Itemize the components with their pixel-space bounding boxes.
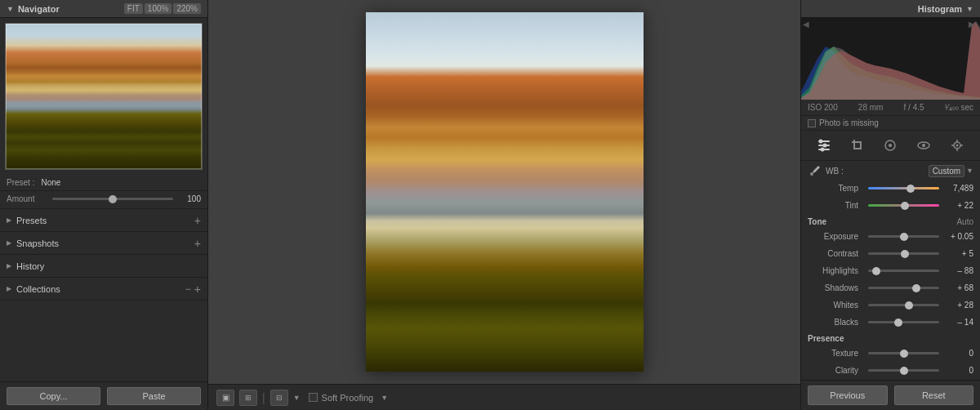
wb-value[interactable]: Custom: [929, 165, 964, 177]
texture-slider[interactable]: [868, 352, 939, 354]
camera-info: ISO 200 28 mm f / 4.5 ¹⁄₄₀₀ sec: [801, 100, 980, 116]
svg-rect-9: [852, 141, 860, 143]
copy-button[interactable]: Copy...: [7, 387, 100, 405]
clarity-label: Clarity: [808, 366, 865, 375]
amount-slider[interactable]: [52, 198, 173, 200]
svg-point-5: [821, 148, 825, 152]
whites-slider[interactable]: [868, 304, 939, 306]
wb-eyedropper-button[interactable]: [808, 163, 822, 178]
whites-thumb: [905, 301, 913, 310]
right-bottom-buttons: Previous Reset: [801, 380, 980, 410]
presence-section-title: Presence: [808, 334, 973, 343]
navigator-preview[interactable]: [5, 23, 203, 170]
wb-dropdown-arrow[interactable]: ▼: [966, 167, 973, 175]
left-bottom-buttons: Copy... Paste: [0, 381, 207, 410]
history-section[interactable]: ▶ History: [0, 255, 207, 278]
collections-remove[interactable]: −: [185, 283, 191, 295]
calibrate-tool-button[interactable]: [947, 136, 967, 155]
texture-thumb: [900, 350, 908, 358]
blacks-slider[interactable]: [868, 321, 939, 323]
presets-section[interactable]: ▶ Presets +: [0, 209, 207, 232]
presets-add[interactable]: +: [194, 214, 201, 227]
view-loupe-icon: ⊟: [276, 394, 283, 402]
reset-button[interactable]: Reset: [894, 385, 974, 405]
contrast-label: Contrast: [808, 249, 865, 258]
view-compare-button[interactable]: ⊞: [239, 390, 257, 406]
temp-slider[interactable]: [868, 187, 939, 189]
tone-auto[interactable]: Auto: [956, 217, 973, 226]
snapshots-label: Snapshots: [16, 238, 191, 248]
photo-missing-label: Photo is missing: [819, 118, 879, 127]
photo-display: [366, 12, 644, 372]
develop-panel: WB : Custom ▼ Temp 7,489 Tint + 22 Tone …: [801, 161, 980, 380]
toolbar-dropdown-arrow[interactable]: ▼: [293, 394, 301, 402]
histogram-collapse-triangle[interactable]: ▼: [966, 5, 973, 13]
soft-proofing-arrow[interactable]: ▼: [381, 394, 388, 402]
clarity-value: 0: [942, 366, 973, 375]
svg-point-15: [956, 145, 958, 147]
navigator-image: [6, 24, 202, 169]
snapshots-add[interactable]: +: [194, 237, 201, 250]
toolbar-separator: |: [262, 391, 265, 404]
soft-proofing-label: Soft Proofing: [322, 393, 374, 403]
photo-missing-checkbox[interactable]: [808, 119, 816, 127]
histogram-header: Histogram ▼: [801, 0, 980, 18]
zoom100-button[interactable]: 100%: [145, 3, 172, 14]
paste-button[interactable]: Paste: [107, 387, 201, 405]
soft-proofing-checkbox[interactable]: [309, 393, 318, 402]
highlights-thumb: [872, 267, 880, 275]
main-canvas[interactable]: [208, 0, 800, 384]
crop-icon: [850, 138, 865, 153]
temp-value: 7,489: [942, 184, 973, 193]
svg-rect-8: [860, 141, 862, 149]
shutter-value: ¹⁄₄₀₀ sec: [945, 103, 973, 112]
texture-label: Texture: [808, 349, 865, 358]
texture-row: Texture 0: [808, 345, 973, 360]
develop-tool-button[interactable]: [814, 136, 834, 155]
preset-label: Preset :: [7, 178, 34, 187]
settings-icon: [950, 138, 964, 153]
amount-value: 100: [178, 194, 201, 203]
crop-tool-button[interactable]: [848, 136, 867, 155]
snapshots-section[interactable]: ▶ Snapshots +: [0, 232, 207, 255]
view-single-button[interactable]: ▣: [216, 390, 234, 406]
presets-label: Presets: [16, 216, 191, 225]
collections-section[interactable]: ▶ Collections − +: [0, 278, 207, 301]
right-panel: Histogram ▼ ◀ ▶ ISO 200 28 mm f / 4.5 ¹⁄…: [800, 0, 980, 410]
snapshots-triangle: ▶: [7, 239, 11, 247]
histogram-right-clip[interactable]: ▶: [969, 20, 978, 29]
eyedropper-icon: [808, 164, 822, 177]
highlights-slider[interactable]: [868, 270, 939, 272]
view-compare-icon: ⊞: [245, 394, 252, 402]
amount-thumb: [109, 195, 117, 203]
navigator-header: ▼ Navigator FIT 100% 220%: [0, 0, 207, 18]
collections-label: Collections: [16, 284, 182, 294]
exposure-slider[interactable]: [868, 235, 939, 238]
blacks-label: Blacks: [808, 318, 865, 327]
contrast-row: Contrast + 5: [808, 246, 973, 261]
whites-value: + 28: [942, 301, 973, 310]
highlights-label: Highlights: [808, 266, 865, 275]
temp-row: Temp 7,489: [808, 180, 973, 195]
tint-slider[interactable]: [868, 204, 939, 207]
blacks-row: Blacks – 14: [808, 314, 973, 329]
redeye-tool-button[interactable]: [914, 136, 933, 155]
zoom220-button[interactable]: 220%: [173, 3, 201, 14]
tint-value: + 22: [942, 201, 973, 210]
collections-add[interactable]: +: [194, 283, 201, 296]
shadows-slider[interactable]: [868, 287, 939, 289]
histogram-left-clip[interactable]: ◀: [803, 20, 813, 29]
view-loupe-button[interactable]: ⊟: [270, 390, 288, 406]
svg-point-11: [889, 144, 892, 147]
eye-icon: [916, 138, 931, 153]
contrast-slider[interactable]: [868, 252, 939, 255]
heal-tool-button[interactable]: [880, 136, 900, 155]
tint-row: Tint + 22: [808, 198, 973, 212]
previous-button[interactable]: Previous: [808, 385, 888, 405]
clarity-slider[interactable]: [868, 369, 939, 372]
preset-value: None: [41, 178, 60, 187]
tint-thumb: [901, 202, 909, 210]
fit-button[interactable]: FIT: [124, 3, 143, 14]
amount-label: Amount: [7, 194, 47, 203]
tone-label: Tone: [808, 217, 826, 226]
